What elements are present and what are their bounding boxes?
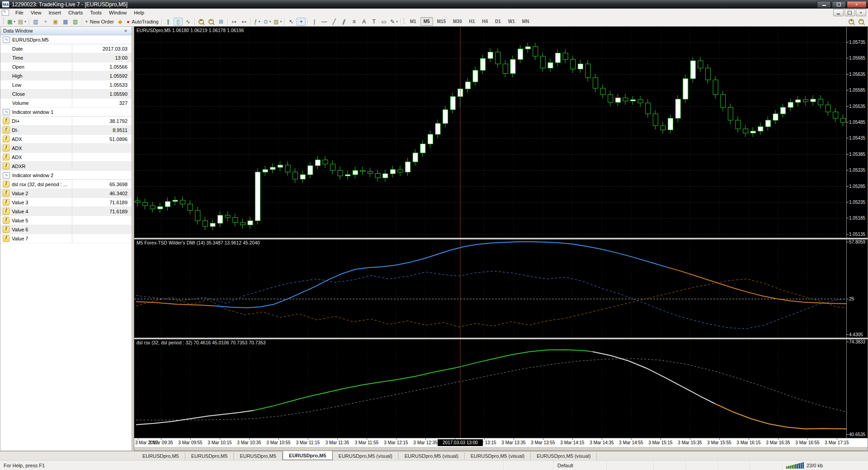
close-button[interactable]: × — [847, 1, 867, 8]
arrows-button[interactable]: ✎▾ — [389, 18, 399, 26]
candles-chart-button[interactable]: ▯ — [174, 18, 183, 26]
expert-advisors-button-icon: ◆ — [118, 19, 122, 24]
data-window-row: Open1.05566 — [0, 62, 132, 71]
chart-tab-3[interactable]: EURUSDpro,M5 — [234, 452, 283, 460]
time-axis-label: 3 Mar 17:15 — [825, 440, 849, 445]
menu-help[interactable]: Help — [130, 9, 148, 16]
timeframe-m30-button[interactable]: M30 — [450, 17, 465, 26]
row-value — [72, 216, 132, 225]
chart-tab-8[interactable]: EURUSDpro,M5 (visual) — [531, 452, 597, 460]
label-button[interactable]: T — [369, 18, 378, 26]
time-axis-label: 3 Mar 14:35 — [590, 440, 613, 445]
profiles-button[interactable]: ▤▾ — [17, 18, 27, 26]
indicator-splitter[interactable] — [134, 238, 868, 240]
strategy-tester-button[interactable]: ▧ — [71, 18, 80, 26]
price-axis[interactable]: 1.057351.056851.056351.055851.055351.054… — [846, 27, 868, 238]
shapes-button[interactable]: ▭ — [379, 18, 388, 26]
data-window-row: fADX — [0, 153, 132, 162]
timeframe-mn-button[interactable]: MN — [519, 17, 533, 26]
rsx-chart[interactable] — [134, 339, 846, 438]
menu-window[interactable]: Window — [105, 9, 130, 16]
chart-tab-6[interactable]: EURUSDpro,M5 (visual) — [399, 452, 465, 460]
bars-chart-button[interactable]: ∥ — [164, 18, 173, 26]
menu-view[interactable]: View — [27, 9, 45, 16]
dmi-indicator-panel[interactable]: M5 Forex-TSD Wilder's DMI (14) 35.3487 1… — [134, 240, 868, 338]
indicators-button[interactable]: ƒ▾ — [253, 18, 262, 26]
market-watch-button[interactable]: ▥ — [31, 18, 40, 26]
zoom-in-button[interactable]: + — [197, 18, 206, 26]
child-restore-button[interactable] — [844, 9, 855, 16]
terminal-button[interactable]: ▣ — [51, 18, 60, 26]
timeframe-h4-button[interactable]: H4 — [479, 17, 491, 26]
timeframe-m1-button[interactable]: M1 — [407, 17, 420, 26]
candlestick-chart[interactable] — [134, 27, 846, 238]
data-window-row: fValue 471.6189 — [0, 207, 132, 216]
cursor-button[interactable]: ↖ — [287, 18, 296, 26]
tile-windows-button[interactable]: ⊞ — [217, 18, 226, 26]
auto-scroll-button[interactable]: ↦ — [230, 18, 239, 26]
rsx-indicator-panel[interactable]: dsl rsx (32, dsl period : 32) 70.4616 45… — [134, 339, 868, 438]
vertical-line-button[interactable]: ∣ — [310, 18, 319, 26]
chart-shift-button[interactable]: ↤ — [240, 18, 249, 26]
chart-tab-1[interactable]: EURUSDpro,M5 — [137, 452, 185, 460]
traffic-text: 23/0 kb — [807, 463, 823, 468]
line-chart-button[interactable]: ∿ — [184, 18, 193, 26]
row-label: Low — [12, 82, 21, 88]
menu-insert[interactable]: Insert — [45, 9, 65, 16]
child-minimize-button[interactable] — [833, 9, 844, 16]
rsx-axis[interactable]: 74.383340.6535 — [846, 339, 868, 438]
timeframe-w1-button[interactable]: W1 — [505, 17, 518, 26]
new-order-button-icon: + — [85, 19, 88, 24]
new-order-button[interactable]: +New Order — [84, 18, 115, 26]
timeframe-m15-button[interactable]: M15 — [434, 17, 449, 26]
window-title: 12290023: TradeKing-Live 7 - [EURUSDpro,… — [12, 1, 127, 8]
row-value: 71.6189 — [72, 198, 132, 207]
close-icon[interactable]: × — [123, 28, 129, 33]
timeframe-h1-button[interactable]: H1 — [466, 17, 478, 26]
menu-charts[interactable]: Charts — [65, 9, 86, 16]
templates-button-icon: ▨ — [274, 19, 278, 24]
row-value: 71.6189 — [72, 207, 132, 216]
indicator-axis-label: 25 — [849, 296, 854, 301]
dmi-axis[interactable]: 57.8059254.4305 — [846, 240, 868, 338]
horizontal-line-button[interactable]: ― — [320, 18, 329, 26]
data-window-button[interactable]: ▦ — [61, 18, 70, 26]
timeframe-m5-button[interactable]: M5 — [420, 17, 433, 26]
chart-tab-7[interactable]: EURUSDpro,M5 (visual) — [465, 452, 531, 460]
text-button[interactable]: A — [359, 18, 368, 26]
zoom-out-button[interactable]: − — [207, 18, 216, 26]
menu-tools[interactable]: Tools — [86, 9, 105, 16]
row-value: 13:00 — [72, 53, 132, 62]
trendline-button[interactable]: ╱ — [330, 18, 339, 26]
timeframe-d1-button[interactable]: D1 — [492, 17, 504, 26]
chart-tab-5[interactable]: EURUSDpro,M5 (visual) — [333, 452, 399, 460]
market-watch-button-icon: ▥ — [33, 19, 38, 24]
navigator-button[interactable]: + — [41, 18, 50, 26]
chart-tab-4[interactable]: EURUSDpro,M5 — [283, 451, 333, 460]
row-value: 1.05590 — [72, 89, 132, 98]
data-window-row: Time13:00 — [0, 53, 132, 62]
expert-advisors-button[interactable]: ◆ — [116, 18, 125, 26]
fibonacci-button[interactable]: ≡ — [349, 18, 359, 26]
menu-file[interactable]: File — [12, 9, 27, 16]
zoom-in-right-button[interactable]: + — [847, 18, 856, 26]
dmi-chart[interactable] — [134, 240, 846, 338]
child-close-button[interactable]: × — [856, 9, 866, 16]
toolbar-grip[interactable] — [403, 18, 405, 25]
time-tick — [337, 438, 338, 440]
maximize-button[interactable] — [832, 1, 846, 8]
crosshair-button[interactable]: + — [297, 18, 306, 26]
periods-button[interactable]: ⊙▾ — [263, 18, 272, 26]
time-axis[interactable]: 2017.03.03 13:00 3 Mar 20173 Mar 09:353 … — [134, 438, 868, 447]
minimize-button[interactable] — [817, 1, 831, 8]
zoom-out-right-button[interactable]: − — [857, 18, 866, 26]
channel-button[interactable]: ∥ — [340, 18, 349, 26]
chart-tab-2[interactable]: EURUSDpro,M5 — [185, 452, 234, 460]
templates-button[interactable]: ▨▾ — [273, 18, 283, 26]
row-label: Indicator window 1 — [12, 109, 53, 115]
indicator-splitter-2[interactable] — [134, 338, 868, 339]
autotrading-button[interactable]: ●AutoTrading — [126, 18, 160, 26]
toolbar-grip[interactable] — [3, 18, 4, 25]
new-chart-button[interactable]: ▦▾ — [6, 18, 16, 26]
price-chart-panel[interactable]: EURUSDpro,M5 1.06180 1.06219 1.06178 1.0… — [134, 27, 868, 238]
